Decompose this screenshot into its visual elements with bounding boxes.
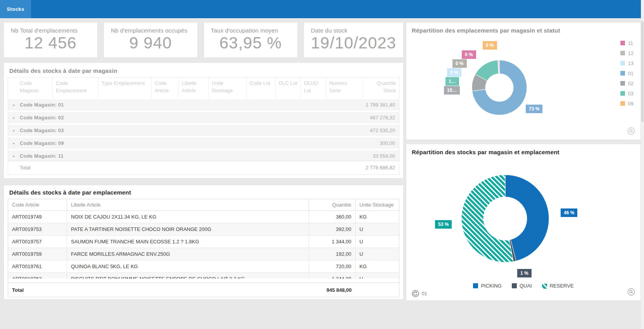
cell-unite-stockage: U bbox=[356, 248, 399, 260]
table-row[interactable]: ART0019757SAUMON FUME TRANCHE MAIN ECOSS… bbox=[8, 236, 399, 248]
kpi-card: Nb d'emplacements occupés9 940 bbox=[104, 22, 197, 57]
row-label: Code Magasin: 02 bbox=[20, 115, 333, 121]
column-header[interactable]: Unite Stockage bbox=[356, 199, 399, 211]
emplacement-table: Code ArticleLibelle ArticleQuantiteUnite… bbox=[8, 199, 399, 297]
cell-unite-stockage: KG bbox=[356, 211, 399, 223]
table-row[interactable]: ART0019759FARCE MORILLES ARMAGNAC ENV.25… bbox=[8, 248, 399, 260]
table-row[interactable]: ▸Code Magasin: 03472 535,20 bbox=[8, 125, 399, 136]
table-row[interactable]: ▸Code Magasin: 09300,00 bbox=[8, 138, 399, 149]
scrollbar-thumb[interactable] bbox=[641, 21, 644, 122]
drill-up-area: 01 bbox=[412, 290, 427, 297]
cell-quantite: 392,00 bbox=[309, 223, 356, 236]
cell-code-article: ART0019763 bbox=[8, 273, 67, 279]
focus-mode-icon[interactable] bbox=[627, 127, 635, 136]
column-header[interactable]: Code Magasin bbox=[8, 78, 53, 98]
data-label: 73 % bbox=[526, 105, 542, 113]
magasin-table-title: Détails des stocks à date par magasin bbox=[8, 66, 399, 77]
magasin-table-card: Détails des stocks à date par magasin Co… bbox=[4, 63, 403, 178]
legend-item[interactable]: 13 bbox=[620, 58, 634, 68]
expand-icon[interactable]: ▸ bbox=[8, 128, 20, 133]
legend-item[interactable]: PICKING bbox=[473, 283, 501, 289]
cell-libelle-article: PATE A TARTINER NOISETTE CHOCO NOIR ORAN… bbox=[67, 223, 309, 236]
column-header[interactable]: Code Article bbox=[8, 199, 67, 211]
row-value: 467 278,32 bbox=[333, 115, 399, 121]
legend-item[interactable]: 01 bbox=[620, 68, 634, 78]
column-header[interactable]: Type Emplacement bbox=[98, 78, 152, 98]
column-header[interactable]: Code Emplacement bbox=[53, 78, 98, 98]
legend-item[interactable]: 11 bbox=[620, 38, 634, 48]
kpi-value: 12 456 bbox=[11, 34, 90, 52]
legend-item[interactable]: 02 bbox=[620, 78, 634, 88]
expand-icon[interactable]: ▸ bbox=[8, 103, 20, 107]
cell-code-article: ART0019753 bbox=[8, 223, 67, 236]
cell-quantite: 192,00 bbox=[309, 248, 356, 260]
kpi-card: Nb Total d'emplacements12 456 bbox=[4, 22, 97, 57]
table-row[interactable]: ART0019753PATE A TARTINER NOISETTE CHOCO… bbox=[8, 223, 399, 236]
emplacement-table-rows: ART0019749NOIX DE CAJOU 2X11.34 KG, LE K… bbox=[8, 211, 399, 279]
cell-libelle-article: SAUMON FUME TRANCHE MAIN ECOSSE 1.2 ? 1.… bbox=[67, 236, 309, 248]
top-bar: Stocks bbox=[0, 0, 644, 18]
cell-quantite: 360,00 bbox=[309, 211, 356, 223]
expand-icon[interactable]: ▸ bbox=[8, 115, 20, 120]
column-header[interactable]: Code Article bbox=[152, 78, 179, 98]
data-label: 53 % bbox=[435, 220, 452, 229]
legend-item[interactable]: RESERVE bbox=[542, 283, 574, 289]
column-header[interactable]: Numero Serie bbox=[326, 78, 363, 98]
legend-label: RESERVE bbox=[550, 283, 574, 289]
column-header[interactable]: DLUO Lot bbox=[301, 78, 326, 98]
cell-quantite: 1 344,00 bbox=[309, 236, 356, 248]
focus-mode-icon[interactable] bbox=[627, 288, 635, 297]
legend-item[interactable]: 03 bbox=[620, 88, 634, 98]
column-header[interactable]: Quantite bbox=[309, 199, 356, 211]
table-row[interactable]: ART0019763BISCUITS PTIT BONHOMME NOISETT… bbox=[8, 273, 399, 279]
kpi-value: 63,95 % bbox=[211, 34, 290, 52]
legend-item[interactable]: 12 bbox=[620, 48, 634, 58]
data-label: 1… bbox=[445, 77, 459, 86]
donut-slice-09[interactable] bbox=[499, 60, 499, 74]
expand-icon[interactable]: ▸ bbox=[8, 154, 20, 158]
drill-up-icon[interactable] bbox=[412, 290, 419, 297]
cell-quantite: 1 344,00 bbox=[309, 273, 356, 279]
legend-label: 01 bbox=[628, 71, 634, 76]
cell-libelle-article: QUINOA BLANC 5KG, LE KG bbox=[67, 260, 309, 273]
table-row[interactable]: ART0019761QUINOA BLANC 5KG, LE KG720,00K… bbox=[8, 260, 399, 273]
total-value: 945 848,00 bbox=[309, 287, 356, 293]
tab-stocks[interactable]: Stocks bbox=[0, 0, 31, 18]
table-row[interactable]: ART0019749NOIX DE CAJOU 2X11.34 KG, LE K… bbox=[8, 211, 399, 223]
legend-label: 02 bbox=[628, 81, 634, 86]
table-row[interactable]: ▸Code Magasin: 1133 554,00 bbox=[8, 150, 399, 162]
row-value: 1 789 381,40 bbox=[333, 102, 399, 108]
cell-libelle-article: FARCE MORILLES ARMAGNAC ENV.250G bbox=[67, 248, 309, 260]
cell-code-article: ART0019759 bbox=[8, 248, 67, 260]
legend-chip bbox=[620, 71, 625, 76]
left-column: Nb Total d'emplacements12 456Nb d'emplac… bbox=[4, 22, 403, 299]
legend-chip bbox=[542, 283, 547, 288]
row-label: Code Magasin: 03 bbox=[20, 127, 333, 133]
cell-libelle-article: NOIX DE CAJOU 2X11.34 KG, LE KG bbox=[67, 211, 309, 223]
column-header[interactable]: Unite Stockage bbox=[209, 78, 247, 98]
data-label: 0 % bbox=[462, 50, 476, 59]
column-header[interactable]: DLC Lot bbox=[276, 78, 301, 98]
data-label: 1 % bbox=[517, 269, 532, 277]
legend-label: 11 bbox=[628, 40, 634, 46]
legend-chip bbox=[620, 51, 625, 55]
table-row[interactable]: ▸Code Magasin: 011 789 381,40 bbox=[8, 99, 399, 110]
column-header[interactable]: Quantite Stock bbox=[363, 78, 399, 98]
expand-icon[interactable]: ▸ bbox=[8, 141, 20, 145]
legend-item[interactable]: 09 bbox=[620, 98, 634, 109]
column-header[interactable]: Code Lot bbox=[247, 78, 276, 98]
legend-item[interactable]: QUAI bbox=[512, 283, 532, 289]
table-row[interactable]: ▸Code Magasin: 02467 278,32 bbox=[8, 112, 399, 123]
column-header[interactable]: Libelle Article bbox=[67, 199, 309, 211]
data-label: 0 % bbox=[483, 41, 497, 50]
data-label: 0 % bbox=[452, 59, 467, 68]
vertical-scrollbar bbox=[641, 0, 644, 329]
magasin-table-total-row: Total 2 778 686,82 bbox=[8, 160, 399, 174]
legend-label: 12 bbox=[628, 50, 634, 56]
legend-label: QUAI bbox=[520, 283, 532, 289]
kpi-value: 9 940 bbox=[111, 34, 190, 52]
chart-legend: PICKINGQUAIRESERVE bbox=[406, 283, 641, 289]
donut-chart-emplacements bbox=[406, 22, 641, 140]
column-header[interactable]: Libelle Article bbox=[179, 78, 209, 98]
cell-quantite: 720,00 bbox=[309, 260, 356, 273]
